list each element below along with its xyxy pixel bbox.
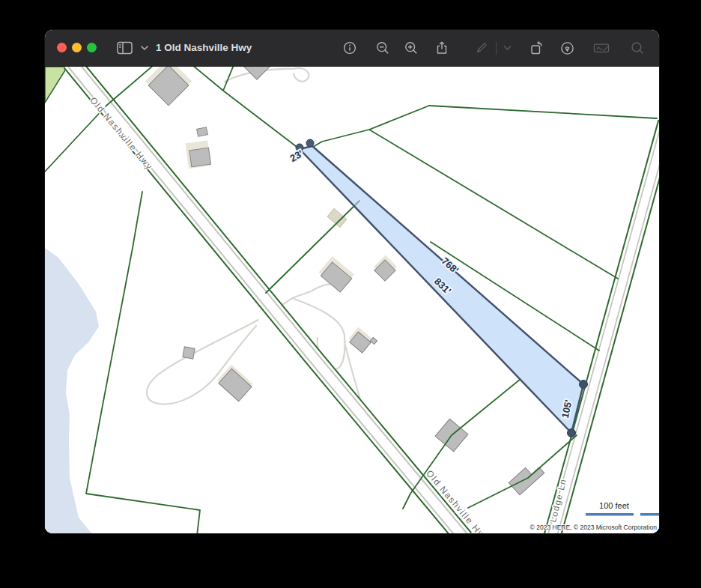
desktop-background: 1 Old Nashville Hwy [0, 0, 701, 588]
info-icon [342, 40, 357, 55]
chevron-down-icon [140, 45, 149, 51]
share-icon [434, 40, 449, 55]
search-button [629, 40, 646, 56]
scale-bar-segment [586, 513, 634, 516]
toolbar-divider [496, 42, 497, 55]
markup-pencil-icon [474, 40, 489, 55]
building [197, 127, 208, 136]
fill-and-sign-button [593, 40, 610, 56]
vertex-dot[interactable] [306, 139, 314, 147]
map-canvas[interactable]: 23' 768' 831' 105' Old Nashville Hwy Old… [45, 67, 659, 533]
chevron-down-icon [503, 45, 512, 51]
scale-label: 100 feet [599, 501, 629, 510]
vertex-dot[interactable] [568, 429, 576, 437]
zoom-in-button[interactable] [403, 40, 419, 56]
sidebar-icon [117, 41, 133, 55]
markup-pen-icon [559, 40, 575, 56]
search-icon [630, 40, 645, 55]
markup-pen-button[interactable] [559, 40, 575, 56]
zoom-in-icon [404, 40, 419, 55]
close-window-button[interactable] [57, 43, 67, 52]
window-title: 1 Old Nashville Hwy [156, 30, 252, 66]
markup-options-chevron-button [499, 40, 515, 56]
info-button[interactable] [342, 40, 358, 56]
building [183, 347, 195, 359]
sidebar-chevron-button[interactable] [136, 40, 153, 56]
zoom-out-button[interactable] [374, 40, 391, 56]
share-button[interactable] [434, 40, 450, 56]
fullscreen-window-button[interactable] [87, 43, 97, 52]
rotate-left-icon [529, 40, 544, 56]
markup-pencil-button [473, 40, 490, 56]
rotate-left-button[interactable] [528, 40, 544, 56]
map-attribution: © 2023 HERE, © 2023 Microsoft Corporatio… [530, 524, 658, 531]
zoom-out-icon [375, 40, 390, 55]
vertex-dot[interactable] [580, 381, 588, 389]
preview-window: 1 Old Nashville Hwy [45, 30, 659, 533]
signature-box-icon [593, 41, 610, 55]
scale-bar-segment [640, 513, 659, 516]
building [185, 140, 210, 169]
minimize-window-button[interactable] [72, 43, 82, 52]
sidebar-toggle-button[interactable] [116, 40, 133, 56]
window-titlebar[interactable]: 1 Old Nashville Hwy [45, 30, 659, 67]
